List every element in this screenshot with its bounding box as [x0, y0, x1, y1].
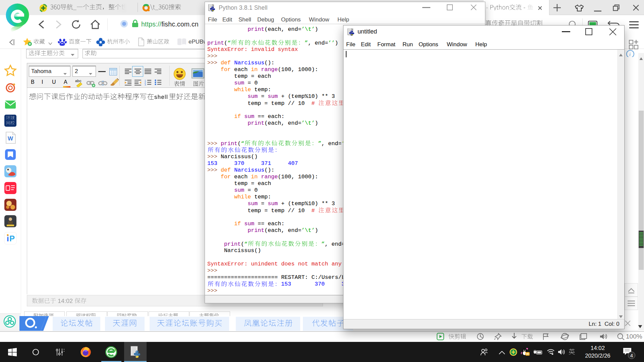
svg-text:P: P — [9, 234, 15, 243]
svg-text:abc: abc — [75, 79, 82, 83]
svg-text:i: i — [629, 52, 631, 57]
svg-text:3: 3 — [145, 83, 146, 86]
svg-text:4: 4 — [630, 353, 633, 358]
svg-text:W: W — [8, 135, 13, 142]
